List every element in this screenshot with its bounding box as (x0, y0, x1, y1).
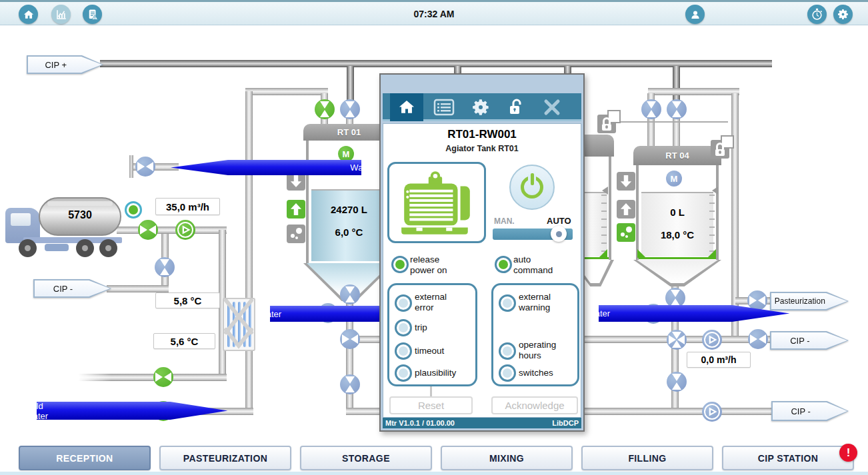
motor-button[interactable] (387, 162, 486, 243)
nav-storage[interactable]: STORAGE (300, 446, 432, 470)
tank-rt04-min-marker (707, 249, 716, 258)
valve-blade (351, 334, 358, 344)
valve-blade (672, 110, 681, 117)
valve-truck-outlet[interactable] (138, 220, 158, 240)
group-connector (430, 386, 432, 396)
valve-rt01-branch[interactable] (340, 329, 360, 349)
reset-button[interactable]: Reset (389, 396, 473, 414)
popup-tab-settings[interactable] (465, 93, 496, 121)
popup-tab-unlock[interactable] (503, 93, 529, 121)
unlock-icon (507, 98, 525, 117)
tank-rt04-inlet-indicator (617, 200, 635, 219)
plausibility-label: plausibility (415, 368, 456, 378)
tank-rt04-min-marker (637, 249, 646, 258)
nav-reception[interactable]: RECEPTION (19, 446, 151, 470)
popup-library: LibDCP (552, 419, 579, 427)
tank-rt04-volume: 0 L (641, 207, 713, 218)
valve-rt01-low[interactable] (340, 374, 360, 394)
release-power-label: release power on (410, 254, 447, 276)
label-line: hours (519, 350, 556, 361)
nav-pasteurization[interactable]: PASTEURIZATION (159, 446, 291, 470)
switches-label: switches (519, 368, 553, 378)
pump-right-low[interactable] (702, 402, 722, 422)
valve-blade (155, 372, 163, 382)
truck-toolbox (45, 244, 69, 251)
valve-right-cross[interactable] (667, 330, 687, 350)
tag-label: CIP - (771, 332, 847, 348)
popup-close-button[interactable] (533, 93, 571, 121)
popup-titlebar[interactable] (381, 75, 583, 93)
flow-tag-cip-minus-left: CIP - (33, 279, 111, 298)
pipe-feed-rt04 (648, 88, 739, 95)
plausibility-indicator (395, 364, 412, 382)
settings-button[interactable] (833, 5, 853, 24)
nav-mixing[interactable]: MIXING (441, 446, 573, 470)
truck-hub (105, 245, 111, 251)
indicator-core (399, 346, 408, 356)
slider-knob[interactable] (551, 226, 567, 242)
tank-rt03-lock-icon (597, 115, 616, 133)
release-power-indicator (391, 256, 409, 273)
lock-shackle (716, 143, 724, 149)
power-icon (521, 176, 543, 199)
timer-button[interactable] (807, 5, 827, 24)
tank-rt04-fill: 0 L 18,0 °C (641, 192, 713, 256)
knob-dot (556, 231, 562, 237)
inlet-flow-value: 35,0 m³/h (155, 198, 220, 215)
heat-exchanger[interactable] (223, 298, 255, 351)
valve-blade (671, 290, 680, 297)
alarm-badge[interactable]: ! (839, 444, 857, 462)
valve-rt01-cip[interactable] (340, 99, 360, 119)
valve-water-top-left[interactable] (135, 157, 155, 177)
nav-filling[interactable]: FILLING (581, 446, 713, 470)
valve-rt04-outlet[interactable] (665, 288, 685, 308)
valve-rt04-cip[interactable] (667, 99, 687, 119)
popup-subtitle: Agiator Tank RT01 (381, 144, 583, 153)
label-line: error (415, 302, 447, 313)
pump-right-mid[interactable] (702, 330, 722, 350)
motor-faceplate-popup: RT01-RW001 Agiator Tank RT01 (379, 73, 585, 432)
nav-cip-station[interactable]: CIP STATION (722, 446, 854, 470)
valve-blade (140, 225, 147, 235)
close-icon (542, 97, 562, 117)
lock-shackle (603, 117, 611, 124)
tank-rt04-cone-fill (637, 260, 718, 283)
timeout-indicator (395, 342, 412, 360)
pump-reception[interactable] (175, 220, 195, 240)
user-button[interactable] (685, 5, 705, 24)
spray-dot (291, 234, 295, 238)
valve-blade (672, 340, 681, 348)
tank-rt04-agitator-button[interactable]: M (666, 171, 682, 187)
milk-truck[interactable]: 5730 (3, 193, 133, 265)
valve-blade (672, 382, 681, 390)
gear-icon (471, 97, 491, 117)
valve-pasteurization[interactable] (747, 290, 767, 310)
valve-drain[interactable] (153, 367, 173, 387)
label-line: warning (519, 302, 551, 313)
tank-rt01-inlet-indicator (287, 200, 305, 219)
external-warning-indicator (499, 294, 516, 312)
valve-rt04-feed[interactable] (641, 99, 661, 119)
tank-rt04-outlet-indicator (617, 172, 635, 191)
power-button[interactable] (509, 165, 555, 210)
reception-active-indicator (125, 201, 142, 219)
valve-rt01-outlet[interactable] (340, 284, 360, 304)
valve-blade (647, 110, 656, 117)
man-auto-slider[interactable] (493, 229, 573, 240)
valve-blade (345, 110, 355, 117)
popup-tab-details[interactable] (428, 93, 460, 121)
mode-label-man: MAN. (494, 217, 515, 226)
valve-blade (345, 101, 355, 109)
tank-rt01-agitator-button[interactable]: M (338, 146, 354, 162)
popup-tab-home[interactable] (390, 93, 423, 121)
pipe-cip-main (100, 60, 772, 67)
acknowledge-button[interactable]: Acknowledge (491, 396, 578, 414)
valve-rt01-feed[interactable] (315, 99, 335, 119)
tank-rt04-header[interactable]: RT 04 (633, 146, 721, 165)
flow-tag-cold-water: Cold Water (37, 402, 227, 420)
mode-label-auto: AUTO (547, 216, 571, 226)
tank-rt01-volume: 24270 L (311, 204, 387, 215)
valve-cip-right[interactable] (748, 329, 768, 349)
valve-cip-left[interactable] (155, 257, 175, 277)
valve-rt04-low[interactable] (667, 372, 687, 392)
